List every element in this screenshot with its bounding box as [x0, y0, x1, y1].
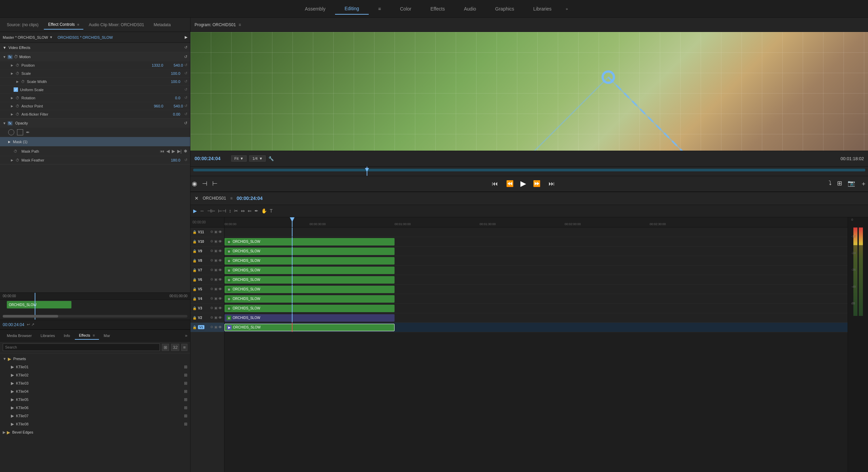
- effects-search-input[interactable]: [3, 343, 160, 351]
- timeline-close-icon[interactable]: ✕: [195, 196, 199, 201]
- ktile07-item[interactable]: ▶ KTile07 ⊞: [0, 412, 190, 420]
- hand-tool[interactable]: ✋: [261, 208, 267, 214]
- go-to-out-icon[interactable]: ⏭: [547, 179, 556, 189]
- uniform-scale-checkbox[interactable]: ✓: [14, 87, 18, 92]
- pen-mask-tool[interactable]: ✒: [26, 130, 30, 135]
- v7-visibility-icon[interactable]: ▣: [214, 268, 217, 272]
- nav-more[interactable]: »: [561, 4, 573, 14]
- nav-assembly[interactable]: Assembly: [295, 3, 335, 14]
- v4-settings-icon[interactable]: ⚙: [210, 297, 213, 301]
- rate-stretch-tool[interactable]: ↕: [229, 208, 231, 214]
- to-in-point-icon[interactable]: ⊣: [201, 179, 209, 189]
- tab-media-browser[interactable]: Media Browser: [3, 332, 36, 339]
- v6-settings-icon[interactable]: ⚙: [210, 277, 213, 282]
- ec-master-dropdown[interactable]: ▼: [49, 35, 53, 39]
- v4-eye-icon[interactable]: 👁: [218, 297, 222, 301]
- tab-info[interactable]: Info: [60, 332, 74, 339]
- rect-mask-tool[interactable]: [17, 129, 23, 135]
- opacity-expand-icon[interactable]: ▼: [3, 121, 6, 125]
- scale-width-value[interactable]: 100.0: [163, 80, 180, 84]
- v9-settings-icon[interactable]: ⚙: [210, 249, 213, 253]
- v3-lock-icon[interactable]: 🔒: [193, 306, 197, 310]
- v8-clip[interactable]: ▣ ORCHIDS_SLOW: [224, 257, 395, 265]
- v3-clip[interactable]: ▣ ORCHIDS_SLOW: [224, 305, 395, 312]
- slip-tool[interactable]: ⇔: [241, 208, 245, 214]
- tab-source[interactable]: Source: (no clips): [3, 20, 43, 29]
- v5-eye-icon[interactable]: 👁: [218, 287, 222, 291]
- ripple-edit-tool[interactable]: ⊣⊢: [207, 208, 215, 214]
- effects-tab-menu-icon[interactable]: ≡: [93, 333, 95, 337]
- v6-eye-icon[interactable]: 👁: [218, 277, 222, 282]
- motion-expand-icon[interactable]: ▼: [3, 55, 6, 59]
- tab-effect-controls[interactable]: Effect Controls ≡: [44, 20, 83, 30]
- mask-feather-expand[interactable]: ▶: [11, 158, 14, 162]
- motion-reset-icon[interactable]: ↺: [184, 54, 187, 59]
- scale-width-expand[interactable]: ▶: [16, 80, 20, 83]
- ve-header-menu[interactable]: ↺: [184, 45, 187, 50]
- rotation-reset[interactable]: ↺: [184, 96, 187, 100]
- mask-path-track[interactable]: ✱: [184, 149, 187, 154]
- v2-visibility-icon[interactable]: ▣: [214, 316, 217, 320]
- v3-settings-icon[interactable]: ⚙: [210, 306, 213, 310]
- v9-lock-icon[interactable]: 🔒: [193, 249, 197, 253]
- panel-tab-menu-icon[interactable]: ≡: [77, 23, 79, 27]
- v7-clip[interactable]: ▣ ORCHIDS_SLOW: [224, 267, 395, 274]
- position-reset[interactable]: ↺: [184, 63, 187, 67]
- razor-tool[interactable]: ✂: [234, 208, 238, 214]
- ktile05-item[interactable]: ▶ KTile05 ⊞: [0, 395, 190, 404]
- v7-eye-icon[interactable]: 👁: [218, 268, 222, 272]
- position-x-value[interactable]: 1332.0: [146, 63, 163, 67]
- step-fwd-icon[interactable]: ⏩: [532, 179, 542, 189]
- uniform-scale-reset[interactable]: ↺: [184, 87, 187, 92]
- bevel-edges-section-header[interactable]: ▶ ▶ Bevel Edges: [0, 428, 190, 436]
- motion-section-header[interactable]: ▼ fx ⏱ Motion ↺: [0, 52, 190, 61]
- program-timeline-bar[interactable]: [190, 166, 868, 176]
- v7-lock-icon[interactable]: 🔒: [193, 268, 197, 272]
- rolling-edit-tool[interactable]: ⊢⊣: [218, 208, 226, 214]
- ve-expand-icon[interactable]: ▼: [3, 46, 6, 50]
- mask-feather-reset[interactable]: ↺: [184, 158, 187, 162]
- v6-visibility-icon[interactable]: ▣: [214, 277, 217, 282]
- scale-value[interactable]: 100.0: [163, 71, 180, 75]
- pen-tool[interactable]: ✒: [254, 208, 258, 214]
- panel-more-icon[interactable]: »: [185, 333, 187, 338]
- v8-lock-icon[interactable]: 🔒: [193, 259, 197, 263]
- nav-audio[interactable]: Audio: [454, 3, 486, 14]
- tab-libraries[interactable]: Libraries: [36, 332, 59, 339]
- rotation-value[interactable]: 0.0: [163, 96, 180, 100]
- ktile03-item[interactable]: ▶ KTile03 ⊞: [0, 379, 190, 387]
- mark-in-icon[interactable]: ◉: [190, 179, 199, 189]
- effects-list-button[interactable]: ≡: [181, 344, 187, 351]
- export-icon[interactable]: ↗: [31, 322, 34, 327]
- wrench-icon[interactable]: 🔧: [268, 156, 274, 161]
- mask-path-prev[interactable]: ◀: [166, 149, 170, 154]
- v10-settings-icon[interactable]: ⚙: [210, 239, 213, 243]
- overwrite-icon[interactable]: ⊞: [836, 178, 844, 189]
- v5-clip[interactable]: ▣ ORCHIDS_SLOW: [224, 286, 395, 293]
- anchor-expand[interactable]: ▶: [11, 104, 14, 108]
- v1-eye-icon[interactable]: 👁: [218, 325, 222, 329]
- effects-32-button[interactable]: 32: [171, 344, 179, 351]
- step-back-icon[interactable]: ⏪: [505, 179, 515, 189]
- v2-lock-icon[interactable]: 🔒: [193, 316, 197, 320]
- ktile06-item[interactable]: ▶ KTile06 ⊞: [0, 404, 190, 412]
- rotation-expand[interactable]: ▶: [11, 96, 14, 100]
- v11-settings-icon[interactable]: ⚙: [210, 230, 213, 234]
- tab-metadata[interactable]: Metadata: [150, 20, 175, 29]
- go-to-in-icon[interactable]: ⏮: [490, 179, 499, 189]
- mini-timeline-scrollthumb[interactable]: [3, 315, 58, 318]
- antiflicker-expand[interactable]: ▶: [11, 113, 14, 116]
- slide-tool[interactable]: ⇐: [248, 208, 252, 214]
- track-select-tool[interactable]: ↔: [200, 208, 204, 214]
- opacity-reset[interactable]: ↺: [184, 121, 187, 125]
- timeline-timecode[interactable]: 00:00:24:04: [237, 196, 263, 201]
- bevel-edges-expand-icon[interactable]: ▶: [3, 430, 5, 435]
- export-frame-icon[interactable]: 📷: [846, 178, 856, 189]
- antiflicker-reset[interactable]: ↺: [184, 112, 187, 116]
- v1-clip[interactable]: ▶ ORCHIDS_SLOW: [224, 324, 395, 331]
- play-button[interactable]: ▶: [520, 179, 526, 188]
- v2-settings-icon[interactable]: ⚙: [210, 316, 213, 320]
- type-tool[interactable]: T: [270, 208, 273, 214]
- mask-path-play[interactable]: ▶: [172, 149, 175, 154]
- v10-lock-icon[interactable]: 🔒: [193, 240, 197, 243]
